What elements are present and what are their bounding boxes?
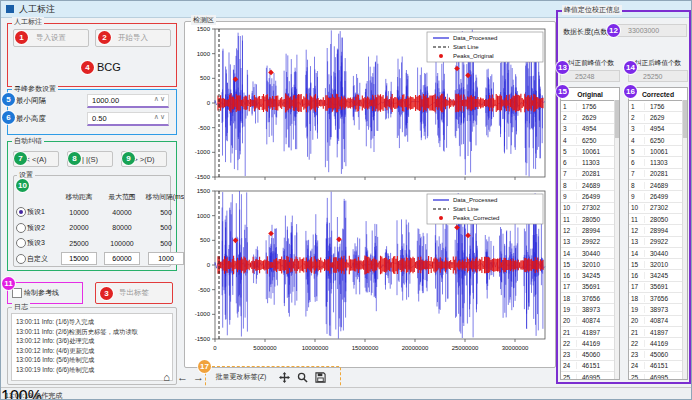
custom-value-input[interactable] [148, 252, 184, 265]
table-row[interactable]: 11756 [561, 101, 619, 112]
table-row[interactable]: 2244169 [561, 338, 619, 349]
table-row[interactable]: 2141897 [561, 327, 619, 338]
table-row[interactable]: 2040874 [561, 316, 619, 327]
spinner-arrows-icon[interactable]: ∧∨ [154, 95, 166, 103]
annotation-badge-11: 11 [2, 277, 15, 290]
annotation-badge-5: 5 [2, 93, 15, 106]
table-row[interactable]: 1938973 [629, 304, 687, 315]
annotation-badge-1: 1 [15, 31, 28, 44]
table-row[interactable]: 2141897 [629, 327, 687, 338]
svg-text:500: 500 [200, 237, 211, 243]
table-row[interactable]: 1228994 [561, 225, 619, 236]
save-icon[interactable] [313, 370, 327, 384]
table-row[interactable]: 1938973 [561, 304, 619, 315]
table-row[interactable]: 34954 [561, 124, 619, 135]
table-row[interactable]: 1837656 [561, 293, 619, 304]
table-row[interactable]: 1634245 [561, 270, 619, 281]
table-row[interactable]: 510061 [629, 146, 687, 157]
table-row[interactable]: 1128050 [629, 214, 687, 225]
before-count-field: 25248 [560, 70, 620, 82]
svg-text:20000000: 20000000 [402, 345, 429, 351]
custom-cell[interactable] [57, 252, 101, 265]
original-table[interactable]: Original 1175622629349544625051006161130… [560, 87, 620, 380]
table-row[interactable]: 720281 [629, 169, 687, 180]
preset-label: 预设2 [27, 223, 57, 233]
annotation-badge-7: 7 [14, 152, 27, 165]
presets-table: 移动距离最大范围移动间隔(ms)预设11000040000500预设220000… [15, 189, 171, 267]
zoom-icon[interactable] [295, 370, 309, 384]
pan-icon[interactable] [277, 370, 291, 384]
table-row[interactable]: 2546995 [561, 372, 619, 380]
table-row[interactable]: 926499 [629, 191, 687, 202]
home-icon[interactable]: ⌂ [159, 369, 174, 384]
table-row[interactable]: 2345060 [561, 350, 619, 361]
batch-change-label-button[interactable]: 批量更改标签(Z) [209, 370, 273, 384]
table-row[interactable]: 22629 [561, 112, 619, 123]
annotation-badge-3: 3 [100, 287, 113, 300]
svg-text:30000000: 30000000 [502, 345, 529, 351]
preset-radio[interactable] [15, 207, 27, 217]
preset-radio[interactable] [15, 223, 27, 233]
custom-value-input[interactable] [61, 252, 97, 265]
table-row[interactable]: 22629 [629, 112, 687, 123]
original-table-scrollbar[interactable] [614, 100, 619, 380]
table-row[interactable]: 1532010 [629, 259, 687, 270]
table-row[interactable]: 1329922 [561, 237, 619, 248]
refline-checkbox[interactable] [12, 288, 22, 298]
svg-text:0: 0 [207, 100, 211, 106]
preset-label: 自定义 [27, 254, 57, 264]
preset-radio[interactable] [15, 254, 27, 264]
table-row[interactable]: 1735691 [561, 282, 619, 293]
table-row[interactable]: 611303 [561, 157, 619, 168]
table-row[interactable]: 2244169 [629, 338, 687, 349]
table-row[interactable]: 1430440 [629, 248, 687, 259]
table-row[interactable]: 34954 [629, 124, 687, 135]
table-row[interactable]: 2040874 [629, 316, 687, 327]
table-row[interactable]: 1837656 [629, 293, 687, 304]
corrected-table-scrollbar[interactable] [682, 100, 687, 380]
log-line: 13:00:11 Info: (2/6)检测历史标签，成功读取 [16, 327, 168, 337]
min-height-spinbox[interactable]: 0.50 ∧∨ [87, 112, 169, 126]
table-row[interactable]: 824689 [561, 180, 619, 191]
back-icon[interactable]: ← [175, 369, 190, 384]
table-row[interactable]: 46250 [561, 135, 619, 146]
spinner-arrows-icon[interactable]: ∧∨ [154, 113, 166, 121]
chart-bottom[interactable]: 150010005000-500-1000-150005000000100000… [187, 187, 551, 363]
custom-cell[interactable] [101, 252, 143, 265]
table-row[interactable]: 2546995 [629, 372, 687, 380]
table-row[interactable]: 720281 [561, 169, 619, 180]
table-row[interactable]: 510061 [561, 146, 619, 157]
auto-correct-title: 自动纠错 [12, 136, 44, 146]
table-row[interactable]: 2345060 [629, 350, 687, 361]
app-window: 人工标注 人工标注 导入设置 开始导入 BCG 寻峰参数设置 最小间隔 1000… [0, 0, 692, 400]
corrected-table[interactable]: Corrected 117562262934954462505100616113… [628, 87, 688, 380]
column-header: 最大范围 [101, 192, 143, 202]
log-output[interactable]: 13:00:11 Info: (1/6)导入完成13:00:11 Info: (… [11, 313, 173, 381]
svg-text:Data_Processed: Data_Processed [453, 197, 497, 203]
table-row[interactable]: 1735691 [629, 282, 687, 293]
table-row[interactable]: 1532010 [561, 259, 619, 270]
min-interval-spinbox[interactable]: 1000.00 ∧∨ [87, 94, 169, 108]
table-row[interactable]: 824689 [629, 180, 687, 191]
table-row[interactable]: 1634245 [629, 270, 687, 281]
table-row[interactable]: 46250 [629, 135, 687, 146]
table-row[interactable]: 1430440 [561, 248, 619, 259]
table-row[interactable]: 926499 [561, 191, 619, 202]
table-row[interactable]: 2446151 [561, 361, 619, 372]
custom-value-input[interactable] [104, 252, 140, 265]
preset-radio[interactable] [15, 238, 27, 248]
table-row[interactable]: 1128050 [561, 214, 619, 225]
data-length-field: 33003000 [613, 24, 687, 37]
table-row[interactable]: 11756 [629, 101, 687, 112]
svg-text:-500: -500 [198, 287, 211, 293]
table-row[interactable]: 2446151 [629, 361, 687, 372]
log-line: 13:00:12 Info: (3/6)处理完成 [16, 336, 168, 346]
custom-cell[interactable] [143, 252, 189, 265]
table-row[interactable]: 1228994 [629, 225, 687, 236]
annotation-badge-16: 16 [624, 85, 637, 98]
chart-top[interactable]: 150010005000-500-1000-1500Data_Processed… [187, 25, 551, 185]
table-row[interactable]: 1027302 [561, 203, 619, 214]
table-row[interactable]: 611303 [629, 157, 687, 168]
table-row[interactable]: 1027302 [629, 203, 687, 214]
table-row[interactable]: 1329922 [629, 237, 687, 248]
